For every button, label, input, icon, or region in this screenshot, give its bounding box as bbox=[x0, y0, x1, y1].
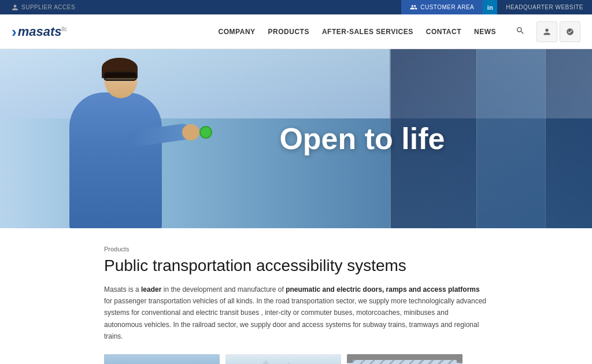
bold-leader: leader bbox=[141, 285, 161, 294]
top-bar-right: in HEADQUARTER WEBSITE bbox=[483, 0, 592, 14]
thumbnail-bus[interactable] bbox=[104, 354, 220, 364]
section-body: Masats is a leader in the development an… bbox=[104, 284, 488, 343]
content-section: Products Public transportation accessibi… bbox=[0, 228, 592, 364]
nav-right-icons bbox=[536, 21, 580, 42]
nav-company[interactable]: COMPANY bbox=[219, 28, 256, 36]
top-bar-left: SUPPLIER ACCES bbox=[0, 4, 401, 11]
nav-news[interactable]: NEWS bbox=[474, 28, 496, 36]
nav-links: COMPANY PRODUCTS AFTER-SALES SERVICES CO… bbox=[219, 26, 525, 38]
customer-icon bbox=[410, 3, 417, 11]
main-navigation: › masatsllc COMPANY PRODUCTS AFTER-SALES… bbox=[0, 14, 592, 49]
linkedin-link[interactable]: in bbox=[483, 0, 497, 14]
supplier-access-link[interactable]: SUPPLIER ACCES bbox=[12, 4, 75, 11]
products-label: Products bbox=[104, 246, 488, 252]
thumbnails bbox=[104, 354, 488, 364]
person-hand bbox=[182, 124, 199, 140]
thumbnail-escalator[interactable] bbox=[347, 354, 462, 364]
search-icon[interactable] bbox=[516, 26, 525, 38]
hero-person bbox=[35, 58, 197, 228]
door-button bbox=[199, 126, 212, 139]
person-glasses bbox=[103, 72, 137, 81]
nav-products[interactable]: PRODUCTS bbox=[268, 28, 309, 36]
hero-section: Open to life bbox=[0, 49, 592, 228]
customer-area-link[interactable]: CUSTOMER AREA bbox=[401, 0, 483, 14]
nav-contact[interactable]: CONTACT bbox=[426, 28, 461, 36]
person-body bbox=[69, 92, 162, 228]
hero-tagline: Open to life bbox=[279, 121, 445, 156]
section-title: Public transportation accessibility syst… bbox=[104, 256, 488, 276]
supplier-icon bbox=[12, 4, 18, 11]
logo-chevron-icon: › bbox=[12, 24, 17, 39]
hero-door-glass bbox=[476, 49, 546, 228]
nav-after-sales[interactable]: AFTER-SALES SERVICES bbox=[322, 28, 413, 36]
thumbnail-train[interactable] bbox=[225, 354, 341, 364]
logo-text: masatsllc bbox=[18, 24, 67, 39]
logo[interactable]: › masatsllc bbox=[12, 24, 67, 39]
top-bar: SUPPLIER ACCES CUSTOMER AREA in HEADQUAR… bbox=[0, 0, 592, 14]
settings-button[interactable] bbox=[560, 21, 580, 42]
hq-website-link[interactable]: HEADQUARTER WEBSITE bbox=[497, 4, 592, 10]
bold-products: pneumatic and electric doors, ramps and … bbox=[286, 285, 479, 294]
user-profile-button[interactable] bbox=[536, 21, 557, 42]
